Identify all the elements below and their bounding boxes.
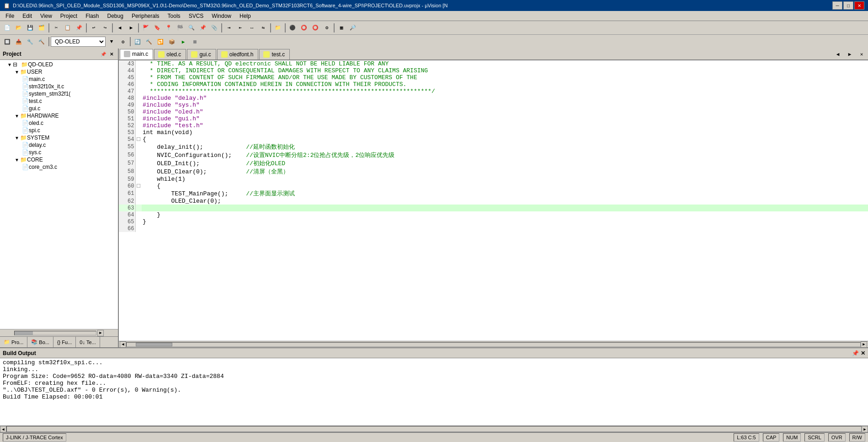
- tb2-build2[interactable]: 🔨: [144, 37, 154, 47]
- tb-gear[interactable]: ⚙: [321, 23, 332, 33]
- tb-redo[interactable]: ↪: [100, 23, 111, 33]
- build-scrollbar-h[interactable]: ◀ ▶: [0, 426, 868, 432]
- tb-search[interactable]: ⚫: [287, 23, 298, 33]
- bottom-tab-project[interactable]: 📁 Pro...: [0, 337, 27, 347]
- tb-file-nav[interactable]: 📁: [272, 23, 283, 33]
- tree-root-qdoled[interactable]: ▼ ⊟ 📁 QD-OLED: [0, 61, 118, 68]
- tb-indent4[interactable]: ⇋: [258, 23, 269, 33]
- tb-bookmark1[interactable]: 🚩: [140, 23, 151, 33]
- tb-bookmark4[interactable]: 🏁: [175, 23, 186, 33]
- tab-test-c[interactable]: test.c: [259, 49, 290, 59]
- menu-window[interactable]: Window: [208, 12, 235, 20]
- tb-cut[interactable]: ✂: [51, 23, 62, 33]
- tb-save-all[interactable]: 🗂️: [36, 23, 47, 33]
- tb-save[interactable]: 💾: [25, 23, 36, 33]
- bottom-tab-books[interactable]: 📚 Bo...: [27, 337, 53, 347]
- tb2-load[interactable]: 📥: [13, 37, 24, 47]
- menu-svcs[interactable]: SVCS: [185, 12, 208, 20]
- menu-file[interactable]: File: [2, 12, 18, 20]
- tb-new[interactable]: 📄: [2, 23, 13, 33]
- tab-gui-c[interactable]: gui.c: [187, 49, 216, 59]
- tb-circle1[interactable]: ⭕: [298, 23, 309, 33]
- tb-indent3[interactable]: ↔: [246, 23, 257, 33]
- tab-close-all[interactable]: ✕: [856, 49, 867, 59]
- fold-54[interactable]: □: [135, 136, 142, 143]
- tb2-dropdown-btn[interactable]: ▼: [106, 37, 117, 47]
- tb-back[interactable]: ◀: [114, 23, 125, 33]
- tree-scrollbar[interactable]: ▶: [0, 329, 118, 336]
- tb2-translate[interactable]: 🔄: [132, 37, 143, 47]
- tb2-chip[interactable]: 🔲: [2, 37, 13, 47]
- tb-bookmark3[interactable]: 📍: [163, 23, 174, 33]
- tree-file-oled-c[interactable]: 📄 oled.c: [0, 119, 118, 127]
- tb2-build[interactable]: 🔨: [36, 37, 47, 47]
- tb2-wizard[interactable]: ⚙: [117, 37, 128, 47]
- menu-view[interactable]: View: [37, 12, 56, 20]
- tb-bookmark6[interactable]: 📌: [197, 23, 208, 33]
- tree-folder-user[interactable]: ▼ 📁 USER: [0, 68, 118, 75]
- tree-file-stm32-it[interactable]: 📄 stm32f10x_it.c: [0, 83, 118, 90]
- minimize-button[interactable]: ─: [832, 1, 842, 10]
- tab-main-c[interactable]: main.c: [120, 49, 153, 59]
- tree-file-gui-c[interactable]: 📄 gui.c: [0, 105, 118, 112]
- project-close-btn[interactable]: ✕: [108, 50, 115, 58]
- tb-bookmark2[interactable]: 🔖: [152, 23, 163, 33]
- tree-file-spi-c[interactable]: 📄 spi.c: [0, 127, 118, 134]
- tb-view2[interactable]: 🔎: [347, 23, 358, 33]
- tree-file-system-stm32[interactable]: 📄 system_stm32f1(: [0, 90, 118, 97]
- tb-copy[interactable]: 📋: [62, 23, 73, 33]
- fold-60[interactable]: □: [135, 183, 142, 189]
- tb2-rebuild[interactable]: 🔁: [155, 37, 166, 47]
- code-row-63[interactable]: 63: [119, 205, 868, 211]
- build-scroll-left[interactable]: ◀: [0, 426, 6, 432]
- menu-help[interactable]: Help: [236, 12, 255, 20]
- tb-open[interactable]: 📂: [13, 23, 24, 33]
- tb2-flash[interactable]: ▶: [178, 37, 189, 47]
- tab-scroll-right[interactable]: ▶: [844, 49, 855, 59]
- tree-folder-system[interactable]: ▼ 📁 SYSTEM: [0, 134, 118, 141]
- tree-file-sys-c[interactable]: 📄 sys.c: [0, 149, 118, 156]
- tb-paste[interactable]: 📌: [74, 23, 85, 33]
- tree-folder-hardware[interactable]: ▼ 📁 HARDWARE: [0, 112, 118, 119]
- menu-tools[interactable]: Tools: [164, 12, 184, 20]
- code-area[interactable]: 43 * TIME. AS A RESULT, QD electronic SH…: [119, 60, 868, 341]
- tb2-batch[interactable]: 📦: [166, 37, 177, 47]
- tab-scroll-left[interactable]: ◀: [832, 49, 843, 59]
- tb-bookmark7[interactable]: 📎: [209, 23, 220, 33]
- menu-flash[interactable]: Flash: [82, 12, 102, 20]
- scroll-left-btn[interactable]: ◀: [120, 341, 126, 348]
- menu-debug[interactable]: Debug: [104, 12, 127, 20]
- tree-file-main-c[interactable]: 📄 main.c: [0, 75, 118, 83]
- menu-project[interactable]: Project: [57, 12, 81, 20]
- tb-forward[interactable]: ▶: [126, 23, 137, 33]
- bottom-tab-templates[interactable]: 0↓ Te...: [76, 337, 100, 347]
- tb-undo[interactable]: ↩: [88, 23, 99, 33]
- target-dropdown[interactable]: QD-OLED: [51, 37, 106, 47]
- project-pin-btn[interactable]: 📌: [100, 50, 107, 58]
- tb2-dbg[interactable]: 🔧: [25, 37, 36, 47]
- bottom-tab-functions[interactable]: {} Fu...: [53, 337, 76, 347]
- tree-file-delay-c[interactable]: 📄 delay.c: [0, 141, 118, 149]
- tree-scroll-right[interactable]: ▶: [97, 330, 104, 336]
- build-pin-icon[interactable]: 📌: [852, 350, 859, 356]
- menu-edit[interactable]: Edit: [19, 12, 36, 20]
- tb2-stop[interactable]: ⏹: [189, 37, 200, 47]
- tb-view1[interactable]: ▦: [336, 23, 347, 33]
- build-close-icon[interactable]: ✕: [861, 350, 865, 356]
- build-scroll-right[interactable]: ▶: [862, 426, 868, 432]
- maximize-button[interactable]: □: [843, 1, 853, 10]
- tb-indent1[interactable]: ⇥: [224, 23, 234, 33]
- tab-oled-c[interactable]: oled.c: [154, 49, 186, 59]
- scroll-right-btn[interactable]: ▶: [861, 341, 867, 348]
- tree-file-core-cm3[interactable]: 📄 core_cm3.c: [0, 163, 118, 171]
- tb-circle2[interactable]: ⭕: [310, 23, 321, 33]
- line-num-60: 60: [119, 183, 135, 189]
- tb-bookmark5[interactable]: 🔍: [186, 23, 197, 33]
- tab-oledfont-h[interactable]: oledfont.h: [217, 49, 259, 59]
- tb-indent2[interactable]: ⇤: [235, 23, 246, 33]
- close-button[interactable]: ✕: [854, 1, 864, 10]
- tree-file-test-c[interactable]: 📄 test.c: [0, 97, 118, 105]
- menu-peripherals[interactable]: Peripherals: [128, 12, 163, 20]
- code-scrollbar-h[interactable]: ◀ ▶: [119, 341, 868, 347]
- tree-folder-core[interactable]: ▼ 📁 CORE: [0, 156, 118, 163]
